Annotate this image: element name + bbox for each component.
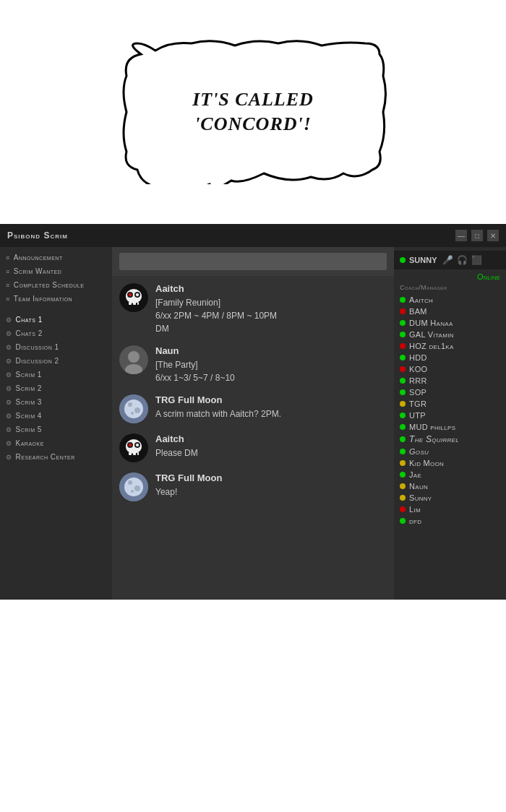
online-user-name: Gosu <box>409 447 429 456</box>
user-dot <box>400 389 406 395</box>
sidebar-item-team-info[interactable]: ≡ Team Information <box>0 292 112 306</box>
sidebar-item-scrim3[interactable]: ⚙ Scrim 3 <box>0 395 112 409</box>
message-group: Naun [The Party] 6/xx 1~3/ 5~7 / 8~10 <box>119 345 387 384</box>
svg-rect-24 <box>133 452 136 455</box>
message-content: Aaitch [Family Reunion] 6/xx 2PM ~ 4PM /… <box>155 283 387 335</box>
online-user-name: Kid Moon <box>409 459 444 467</box>
maximize-button[interactable]: □ <box>471 230 483 241</box>
sidebar-item-karaoke[interactable]: ⚙ Karaoke <box>0 436 112 450</box>
speech-bubble: It's called 'Concord'! <box>119 40 387 184</box>
messages-area[interactable]: Aaitch [Family Reunion] 6/xx 2PM ~ 4PM /… <box>112 276 394 600</box>
online-user: HOZ del1ka <box>394 340 506 352</box>
svg-point-13 <box>124 399 143 418</box>
user-dot <box>400 483 406 489</box>
sidebar-section-main: ≡ Announcement ≡ Scrim Wanted ≡ Complete… <box>0 251 112 306</box>
online-user: MUD phillps <box>394 421 506 433</box>
message-text: Yeap! <box>155 485 387 498</box>
message-content: Naun [The Party] 6/xx 1~3/ 5~7 / 8~10 <box>155 345 387 384</box>
sidebar-item-label: Team Information <box>14 295 72 303</box>
sidebar-item-scrim4[interactable]: ⚙ Scrim 4 <box>0 409 112 423</box>
online-user: DUM Hanaa <box>394 317 506 329</box>
online-user-name: TGR <box>409 399 426 408</box>
sidebar-item-label: Scrim 1 <box>16 371 42 379</box>
sidebar-item-completed-schedule[interactable]: ≡ Completed Schedule <box>0 278 112 292</box>
user-dot <box>400 320 406 326</box>
online-user: Lim <box>394 504 506 515</box>
user-dot <box>400 449 406 454</box>
online-label: Online <box>394 269 506 282</box>
sidebar-item-chats2[interactable]: ⚙ Chats 2 <box>0 327 112 340</box>
message-author: Aaitch <box>155 283 387 294</box>
user-dot <box>400 297 406 303</box>
online-user: GAL Vitamin <box>394 329 506 340</box>
svg-point-27 <box>124 478 143 496</box>
sidebar-item-scrim2[interactable]: ⚙ Scrim 2 <box>0 381 112 395</box>
online-user: UTP <box>394 410 506 421</box>
message-group: Aaitch [Family Reunion] 6/xx 2PM ~ 4PM /… <box>119 283 387 335</box>
online-user: Gosu <box>394 446 506 457</box>
svg-rect-23 <box>129 452 132 455</box>
online-user-name: Sunny <box>409 493 432 502</box>
sidebar-item-scrim-wanted[interactable]: ≡ Scrim Wanted <box>0 264 112 278</box>
scrim4-icon: ⚙ <box>6 413 12 420</box>
sidebar-divider <box>0 307 112 313</box>
user-dot <box>400 332 406 337</box>
close-button[interactable]: ✕ <box>487 230 499 241</box>
online-user: dfd <box>394 515 506 527</box>
online-user-name: Jae <box>409 470 421 479</box>
online-user-name: HOZ del1ka <box>409 342 454 350</box>
svg-rect-7 <box>133 302 136 305</box>
sidebar-item-discussion1[interactable]: ⚙ Discussion 1 <box>0 340 112 354</box>
content-area: Aaitch [Family Reunion] 6/xx 2PM ~ 4PM /… <box>112 247 394 600</box>
message-group: TRG Full Moon Yeap! <box>119 472 387 501</box>
app-title: Psibond Scrim <box>7 230 455 241</box>
minimize-button[interactable]: — <box>455 230 467 241</box>
chats1-icon: ⚙ <box>6 316 12 324</box>
scrim1-icon: ⚙ <box>6 371 12 379</box>
message-content: TRG Full Moon Yeap! <box>155 472 387 498</box>
message-group: TRG Full Moon A scrim match with Aaitch?… <box>119 394 387 423</box>
user-dot <box>400 460 406 466</box>
svg-point-28 <box>128 480 132 485</box>
message-text: [Family Reunion] 6/xx 2PM ~ 4PM / 8PM ~ … <box>155 296 387 335</box>
svg-point-15 <box>134 407 140 413</box>
headphone-icon: 🎧 <box>457 255 468 265</box>
message-author: TRG Full Moon <box>155 472 387 483</box>
message-group: Aaitch Please DM <box>119 433 387 462</box>
sidebar-item-label: Research Center <box>16 453 75 461</box>
sidebar-item-scrim1[interactable]: ⚙ Scrim 1 <box>0 368 112 381</box>
svg-point-16 <box>131 412 134 415</box>
online-user-name: The Squirrel <box>409 434 459 444</box>
user-dot <box>400 506 406 512</box>
comic-section: It's called 'Concord'! <box>0 0 506 224</box>
sidebar-item-research[interactable]: ⚙ Research Center <box>0 450 112 464</box>
team-info-icon: ≡ <box>6 295 10 303</box>
user-dot <box>400 424 406 430</box>
online-user: BAM <box>394 306 506 317</box>
user-dot <box>400 472 406 478</box>
online-user-name: UTP <box>409 411 426 420</box>
message-text: [The Party] 6/xx 1~3/ 5~7 / 8~10 <box>155 358 387 384</box>
user-dot <box>400 343 406 349</box>
online-user: Aaitch <box>394 294 506 306</box>
research-icon: ⚙ <box>6 454 12 461</box>
sidebar-item-chats1[interactable]: ⚙ Chats 1 <box>0 313 112 327</box>
message-content: TRG Full Moon A scrim match with Aaitch?… <box>155 394 387 420</box>
chat-search-bar[interactable] <box>119 253 387 270</box>
svg-rect-8 <box>137 302 139 305</box>
svg-point-29 <box>134 485 140 491</box>
avatar <box>119 394 148 423</box>
current-username: SUNNY <box>409 256 437 264</box>
discussion1-icon: ⚙ <box>6 344 12 351</box>
right-panel: SUNNY 🎤 🎧 ⬛ Online Coach/Manager Aaitch … <box>394 247 506 600</box>
sidebar-item-scrim5[interactable]: ⚙ Scrim 5 <box>0 423 112 436</box>
main-layout: ≡ Announcement ≡ Scrim Wanted ≡ Complete… <box>0 247 506 600</box>
svg-point-30 <box>131 490 134 493</box>
online-user-name: Aaitch <box>409 295 433 304</box>
sidebar-item-discussion2[interactable]: ⚙ Discussion 2 <box>0 354 112 368</box>
online-user-name: GAL Vitamin <box>409 330 454 339</box>
bubble-text: It's called 'Concord'! <box>192 87 314 137</box>
sidebar-item-announcement[interactable]: ≡ Announcement <box>0 251 112 264</box>
online-user-name: Naun <box>409 482 428 491</box>
svg-rect-25 <box>137 452 139 455</box>
